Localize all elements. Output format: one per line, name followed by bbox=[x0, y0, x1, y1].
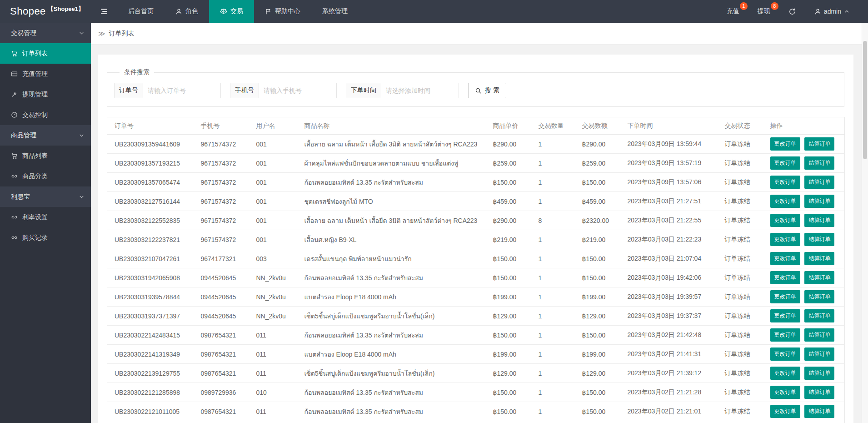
sidebar-item-trade-control[interactable]: 交易控制 bbox=[0, 105, 91, 125]
cell-product-name: เสื้อลาย ฉลาม เต็มหน้า เสื้อยืด 3มิติ ลา… bbox=[297, 135, 486, 154]
sidebar-item-withdraw-management[interactable]: 提现管理 bbox=[0, 84, 91, 105]
modify-order-button[interactable]: 更改订单 bbox=[770, 214, 800, 227]
modify-order-button[interactable]: 更改订单 bbox=[770, 252, 800, 265]
sidebar-item-interest-rate-settings[interactable]: 利率设置 bbox=[0, 207, 91, 227]
modify-order-button[interactable]: 更改订单 bbox=[770, 309, 800, 322]
orders-table-body: UB2303091359441609 9671574372 001 เสื้อล… bbox=[107, 135, 845, 423]
cell-order-time: 2023年03月03日 21:22:55 bbox=[620, 211, 718, 230]
card-icon bbox=[11, 70, 18, 77]
phone-field-group: 手机号 bbox=[230, 83, 337, 98]
cell-actions: 更改订单 结算订单 bbox=[763, 364, 845, 383]
cell-status: 订单冻结 bbox=[718, 421, 763, 423]
cell-username: 023 bbox=[249, 421, 297, 423]
order-time-input[interactable] bbox=[381, 83, 459, 98]
recharge-badge: 1 bbox=[740, 2, 748, 10]
cell-unit-price: ฿459.00 bbox=[486, 192, 531, 211]
settle-order-button[interactable]: 结算订单 bbox=[804, 309, 834, 322]
cell-status: 订单冻结 bbox=[718, 135, 763, 154]
sidebar-item-product-category[interactable]: 商品分类 bbox=[0, 166, 91, 186]
recharge-button[interactable]: 充值 1 bbox=[718, 0, 748, 23]
cell-product-name: ก้อนพลอยอเมทิสต์ 13.35 กะรัตสำหรับสะสม bbox=[297, 326, 486, 345]
scrollbar-thumb[interactable] bbox=[863, 41, 867, 159]
table-row: UB2303022142483415 0987654321 011 ก้อนพล… bbox=[107, 326, 845, 345]
cell-unit-price: ฿259.00 bbox=[486, 154, 531, 173]
modify-order-button[interactable]: 更改订单 bbox=[770, 156, 800, 170]
cell-unit-price: ฿199.00 bbox=[486, 287, 531, 307]
modify-order-button[interactable]: 更改订单 bbox=[770, 176, 800, 189]
table-row: UB2303022141319349 0987654321 011 แบตสำร… bbox=[107, 345, 845, 364]
modify-order-button[interactable]: 更改订单 bbox=[770, 405, 800, 418]
chevron-down-icon bbox=[79, 194, 85, 200]
settle-order-button[interactable]: 结算订单 bbox=[804, 214, 834, 227]
table-row: UB2303031942065908 0944520645 NN_2kv0u ก… bbox=[107, 268, 845, 287]
nav-item-help-center[interactable]: 帮助中心 bbox=[254, 0, 311, 23]
cell-order-no: UB2303031939578844 bbox=[107, 287, 194, 307]
nav-item-roles[interactable]: 角色 bbox=[165, 0, 209, 23]
search-fieldset: 条件搜索 订单号 手机号 下单时间 搜 索 bbox=[107, 68, 844, 107]
order-no-field-label: 订单号 bbox=[114, 83, 143, 98]
nav-item-trade[interactable]: 交易 bbox=[209, 0, 254, 23]
cell-qty: 8 bbox=[531, 211, 575, 230]
modify-order-button[interactable]: 更改订单 bbox=[770, 233, 800, 246]
cell-product-name: เดรสสั้นแขนกุด พิมพ์ลายหน้าแมวน่ารัก bbox=[297, 249, 486, 268]
modify-order-button[interactable]: 更改订单 bbox=[770, 347, 800, 361]
settle-order-button[interactable]: 结算订单 bbox=[804, 405, 834, 418]
sidebar-group-interest-treasure[interactable]: 利息宝 bbox=[0, 186, 91, 207]
settle-order-button[interactable]: 结算订单 bbox=[804, 176, 834, 189]
settle-order-button[interactable]: 结算订单 bbox=[804, 233, 834, 246]
user-icon bbox=[814, 8, 821, 15]
cell-phone: 0989729936 bbox=[194, 383, 249, 402]
settle-order-button[interactable]: 结算订单 bbox=[804, 347, 834, 361]
cell-unit-price: ฿219.00 bbox=[486, 230, 531, 249]
modify-order-button[interactable]: 更改订单 bbox=[770, 290, 800, 303]
withdraw-button[interactable]: 提现 8 bbox=[748, 0, 779, 23]
settle-order-button[interactable]: 结算订单 bbox=[804, 252, 834, 265]
admin-username: admin bbox=[824, 8, 841, 15]
sidebar-item-label: 充值管理 bbox=[22, 70, 48, 78]
cell-order-no: UB2303022121011005 bbox=[107, 402, 194, 421]
breadcrumb: ≫ 订单列表 bbox=[91, 23, 868, 45]
cell-status: 订单冻结 bbox=[718, 230, 763, 249]
admin-menu[interactable]: admin bbox=[805, 0, 859, 23]
sidebar-group-trade-management[interactable]: 交易管理 bbox=[0, 23, 91, 43]
cell-amount: ฿150.00 bbox=[575, 268, 620, 287]
settle-order-button[interactable]: 结算订单 bbox=[804, 290, 834, 303]
cell-qty: 1 bbox=[531, 383, 575, 402]
order-no-input[interactable] bbox=[143, 83, 221, 98]
settle-order-button[interactable]: 结算订单 bbox=[804, 271, 834, 284]
link-icon bbox=[11, 234, 18, 241]
modify-order-button[interactable]: 更改订单 bbox=[770, 328, 800, 342]
settle-order-button[interactable]: 结算订单 bbox=[804, 367, 834, 380]
settle-order-button[interactable]: 结算订单 bbox=[804, 328, 834, 342]
collapse-sidebar-button[interactable] bbox=[91, 0, 117, 23]
settle-order-button[interactable]: 结算订单 bbox=[804, 195, 834, 208]
cell-amount: ฿150.00 bbox=[575, 326, 620, 345]
orders-table: 订单号 手机号 用户名 商品名称 商品单价 交易数量 交易数额 下单时间 交易状… bbox=[107, 117, 845, 423]
modify-order-button[interactable]: 更改订单 bbox=[770, 137, 800, 151]
col-amount: 交易数额 bbox=[575, 117, 620, 135]
modify-order-button[interactable]: 更改订单 bbox=[770, 386, 800, 399]
nav-item-system[interactable]: 系统管理 bbox=[311, 0, 359, 23]
refresh-button[interactable] bbox=[779, 0, 805, 23]
vertical-scrollbar[interactable] bbox=[862, 23, 868, 423]
settle-order-button[interactable]: 结算订单 bbox=[804, 386, 834, 399]
col-unit-price: 商品单价 bbox=[486, 117, 531, 135]
nav-item-dashboard[interactable]: 后台首页 bbox=[117, 0, 165, 23]
cell-order-time: 2023年03月02日 21:41:31 bbox=[620, 345, 718, 364]
sidebar-group-product-management[interactable]: 商品管理 bbox=[0, 125, 91, 146]
sidebar-item-order-list[interactable]: 订单列表 bbox=[0, 43, 91, 64]
sidebar-item-purchase-records[interactable]: 购买记录 bbox=[0, 227, 91, 248]
sidebar-item-product-list[interactable]: 商品列表 bbox=[0, 146, 91, 166]
phone-input[interactable] bbox=[259, 83, 337, 98]
modify-order-button[interactable]: 更改订单 bbox=[770, 367, 800, 380]
modify-order-button[interactable]: 更改订单 bbox=[770, 271, 800, 284]
search-button[interactable]: 搜 索 bbox=[468, 83, 506, 98]
cart-icon bbox=[11, 152, 18, 159]
cell-order-time: 2023年03月02日 21:21:01 bbox=[620, 402, 718, 421]
modify-order-button[interactable]: 更改订单 bbox=[770, 195, 800, 208]
settle-order-button[interactable]: 结算订单 bbox=[804, 156, 834, 170]
settle-order-button[interactable]: 结算订单 bbox=[804, 137, 834, 151]
cell-username: 001 bbox=[249, 230, 297, 249]
cell-username: NN_2kv0u bbox=[249, 287, 297, 307]
sidebar-item-recharge-management[interactable]: 充值管理 bbox=[0, 64, 91, 84]
